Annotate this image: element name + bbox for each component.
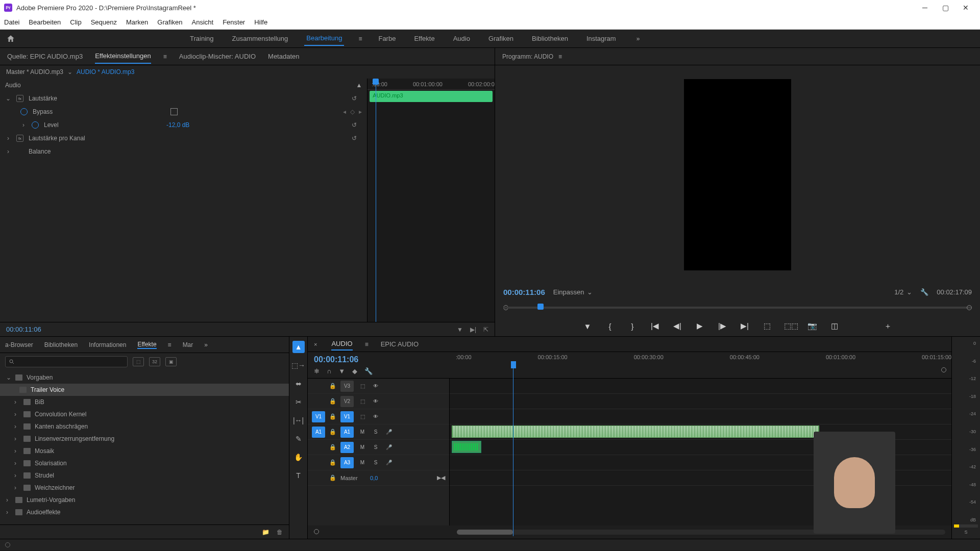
track-v1[interactable]: V1🔒V1⬚👁 <box>308 409 449 424</box>
tab-audioclip-mischer[interactable]: Audioclip-Mischer: AUDIO <box>179 49 256 63</box>
source-patch[interactable]: A1 <box>312 427 325 438</box>
menu-marken[interactable]: Marken <box>126 18 148 26</box>
minimize-button[interactable]: ─ <box>915 0 935 15</box>
add-button-icon[interactable]: ＋ <box>882 321 893 331</box>
tree-item-audioeffekte[interactable]: ›Audioeffekte <box>0 506 289 518</box>
yuv-icon[interactable]: ▣ <box>165 357 177 366</box>
menu-clip[interactable]: Clip <box>70 18 81 26</box>
status-indicator-icon[interactable] <box>5 542 10 547</box>
tree-item-strudel[interactable]: ›Strudel <box>0 469 289 482</box>
tree-item-convolution[interactable]: ›Convolution Kernel <box>0 408 289 420</box>
pen-tool[interactable]: ✎ <box>292 433 305 445</box>
out-point-icon[interactable]: } <box>627 322 638 331</box>
solo-label[interactable]: S <box>954 530 978 535</box>
tree-item-solarisation[interactable]: ›Solarisation <box>0 457 289 469</box>
menu-sequenz[interactable]: Sequenz <box>91 18 117 26</box>
in-point-icon[interactable]: { <box>604 322 616 331</box>
track-a1[interactable]: A1🔒A1MS🎤 <box>308 424 449 440</box>
scrub-handle[interactable] <box>537 304 544 310</box>
add-keyframe-icon[interactable]: ◇ <box>350 108 355 115</box>
solo-toggle[interactable]: S <box>371 429 380 435</box>
go-to-in-icon[interactable]: |◀ <box>649 321 660 331</box>
sync-lock-icon[interactable]: ⬚ <box>358 414 367 419</box>
workspace-training[interactable]: Training <box>188 32 215 45</box>
voice-over-icon[interactable]: 🎤 <box>384 444 394 450</box>
workspace-menu-icon[interactable]: ≡ <box>358 35 362 42</box>
fx-type-icon[interactable]: ⬚ <box>133 357 144 366</box>
reset-icon[interactable]: ↺ <box>352 135 357 142</box>
zoom-out-icon[interactable] <box>314 529 319 534</box>
workspace-bearbeitung[interactable]: Bearbeitung <box>304 31 344 46</box>
stopwatch-icon[interactable] <box>32 121 39 129</box>
lock-icon[interactable]: 🔒 <box>329 444 336 450</box>
workspace-instagram[interactable]: Instagram <box>584 32 618 45</box>
mute-toggle[interactable]: M <box>358 429 367 435</box>
play-button[interactable]: ▶ <box>694 321 705 331</box>
audio-clip-a1[interactable] <box>452 425 819 438</box>
tree-item-lumetri[interactable]: ›Lumetri-Vorgaben <box>0 494 289 506</box>
sync-lock-icon[interactable]: ⬚ <box>358 383 367 389</box>
track-v3[interactable]: 🔒V3⬚👁 <box>308 379 449 394</box>
lock-icon[interactable]: 🔒 <box>329 429 336 435</box>
panel-menu-icon[interactable]: ≡ <box>558 53 562 60</box>
audio-section-header[interactable]: Audio ▲ <box>0 79 367 92</box>
volume-effect-row[interactable]: ⌄ fx Lautstärke ↺ <box>0 92 367 105</box>
export-icon[interactable]: ⇱ <box>483 326 488 333</box>
eye-icon[interactable]: 👁 <box>371 398 380 404</box>
effect-mini-timeline[interactable]: :00:00 00:01:00:00 00:02:00:0 AUDIO.mp3 <box>367 79 495 322</box>
twirl-down-icon[interactable]: ⌄ <box>5 95 11 102</box>
solo-toggle[interactable]: S <box>371 444 380 450</box>
new-bin-icon[interactable]: 📁 <box>262 529 270 536</box>
zoom-marker-icon[interactable] <box>941 367 946 372</box>
tab-mar[interactable]: Mar <box>183 341 193 348</box>
step-back-icon[interactable]: ◀| <box>672 321 683 331</box>
marker-icon[interactable]: ▼ <box>338 367 345 375</box>
camera-icon[interactable]: 📷 <box>806 321 818 331</box>
workspace-overflow-icon[interactable]: » <box>636 35 640 42</box>
overflow-icon[interactable]: » <box>204 341 208 348</box>
tab-metadaten[interactable]: Metadaten <box>268 49 299 63</box>
compare-icon[interactable]: ◫ <box>829 321 840 331</box>
wrench-icon[interactable]: 🔧 <box>364 367 373 375</box>
program-scrubber[interactable] <box>503 302 972 314</box>
bypass-checkbox[interactable] <box>170 108 178 115</box>
search-input[interactable] <box>5 356 128 367</box>
ripple-tool[interactable]: ⬌ <box>292 378 305 390</box>
fx-badge-icon[interactable]: fx <box>16 95 23 102</box>
mini-clip-bar[interactable]: AUDIO.mp3 <box>370 91 493 102</box>
step-forward-icon[interactable]: |▶ <box>717 321 728 331</box>
type-tool[interactable]: T <box>292 469 305 482</box>
tree-item-weichzeichner[interactable]: ›Weichzeichner <box>0 482 289 494</box>
tab-effekteinstellungen[interactable]: Effekteinstellungen <box>95 49 151 64</box>
panel-menu-icon[interactable]: ≡ <box>163 53 167 60</box>
mute-toggle[interactable]: M <box>358 460 367 465</box>
lock-icon[interactable]: 🔒 <box>329 459 336 466</box>
lane-v1[interactable] <box>450 409 951 424</box>
next-keyframe-icon[interactable]: ▸ <box>359 108 362 115</box>
source-timecode[interactable]: 00:00:11:06 <box>6 325 41 333</box>
voice-over-icon[interactable]: 🎤 <box>384 460 394 465</box>
tree-item-vorgaben[interactable]: ⌄Vorgaben <box>0 371 289 384</box>
tree-item-trailer-voice[interactable]: Trailer Voice <box>0 384 289 396</box>
wrench-icon[interactable]: 🔧 <box>920 288 928 296</box>
workspace-zusammenstellung[interactable]: Zusammenstellung <box>230 32 290 45</box>
zoom-fit-dropdown[interactable]: Einpassen⌄ <box>553 288 593 296</box>
play-only-icon[interactable]: ▶| <box>470 326 476 333</box>
lock-icon[interactable]: 🔒 <box>329 413 336 420</box>
menu-grafiken[interactable]: Grafiken <box>157 18 182 26</box>
track-a2[interactable]: 🔒A2MS🎤 <box>308 440 449 455</box>
program-tab[interactable]: Programm: AUDIO <box>502 53 553 60</box>
go-to-out-icon[interactable]: ▶| <box>739 321 750 331</box>
sequence-tab-epic[interactable]: EPIC AUDIO <box>381 338 419 350</box>
extract-icon[interactable]: ⬚⬚ <box>784 321 795 331</box>
marker-icon[interactable]: ▼ <box>582 322 593 331</box>
reset-icon[interactable]: ↺ <box>352 121 357 129</box>
lane-v2[interactable] <box>450 394 951 409</box>
filter-icon[interactable]: ▼ <box>457 326 463 333</box>
tree-item-bib[interactable]: ›BiB <box>0 396 289 408</box>
balance-row[interactable]: › Balance <box>0 145 367 158</box>
source-patch[interactable]: V1 <box>312 411 325 422</box>
solo-toggle[interactable]: S <box>371 460 380 465</box>
lock-icon[interactable]: 🔒 <box>329 383 336 389</box>
clip-link[interactable]: AUDIO * AUDIO.mp3 <box>77 68 134 76</box>
